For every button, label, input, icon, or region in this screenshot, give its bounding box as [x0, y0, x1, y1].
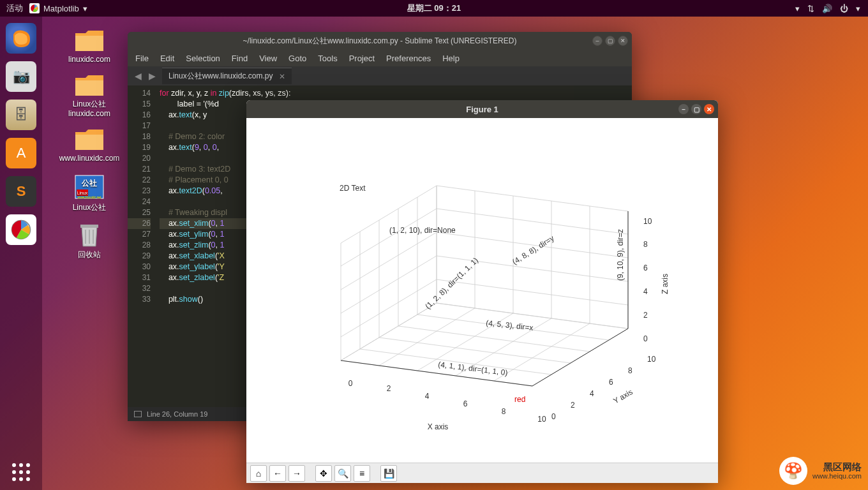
top-panel: 活动 Matplotlib ▾ 星期二 09：21 ▾ ⇅ 🔊 ⏻ ▾: [0, 0, 868, 17]
annotation-none: (1, 2, 10), dir=None: [389, 226, 456, 235]
sublime-titlebar[interactable]: ~/linuxidc.com/Linux公社www.linuxidc.com.p…: [128, 32, 632, 50]
tab-next-icon[interactable]: ▶: [146, 70, 158, 82]
app-name: Matplotlib: [43, 4, 79, 13]
svg-text:6: 6: [609, 378, 613, 387]
svg-text:6: 6: [643, 264, 648, 272]
svg-text:10: 10: [643, 217, 652, 226]
menu-find[interactable]: Find: [232, 54, 248, 63]
menu-file[interactable]: File: [135, 54, 149, 63]
svg-line-43: [379, 308, 475, 366]
watermark-icon: 🍄: [779, 457, 807, 485]
software-launcher[interactable]: A: [6, 138, 36, 168]
minimize-button[interactable]: –: [678, 104, 689, 114]
menu-project[interactable]: Project: [349, 54, 375, 63]
figure-titlebar[interactable]: Figure 1 – ▢ ✕: [246, 100, 718, 118]
desktop-folder[interactable]: www.linuxidc.com: [51, 124, 128, 165]
panel-switcher-icon[interactable]: [134, 411, 142, 417]
annotation-111: (1, 2, 8), dir=(1, 1, 1): [423, 256, 480, 311]
volume-icon[interactable]: 🔊: [822, 4, 832, 13]
ylabel: Y axis: [612, 387, 634, 405]
dock: 📷 🗄 A S: [0, 17, 42, 490]
menu-preferences[interactable]: Preferences: [386, 54, 431, 63]
svg-line-46: [494, 323, 590, 381]
menu-view[interactable]: View: [259, 54, 277, 63]
matplotlib-icon: [29, 3, 40, 13]
desktop-folder[interactable]: linuxidc.com: [51, 26, 128, 66]
svg-line-49: [532, 329, 628, 386]
svg-text:2: 2: [387, 384, 391, 393]
home-button[interactable]: ⌂: [250, 465, 267, 482]
dropdown-icon[interactable]: ▾: [795, 4, 800, 13]
network-icon[interactable]: ⇅: [807, 4, 814, 13]
menu-tools[interactable]: Tools: [318, 54, 337, 63]
back-button[interactable]: ←: [269, 465, 286, 482]
svg-line-38: [379, 338, 571, 363]
svg-text:8: 8: [628, 366, 632, 375]
tab-close-icon[interactable]: ✕: [279, 72, 285, 81]
save-button[interactable]: 💾: [380, 465, 397, 482]
svg-text:8: 8: [643, 240, 648, 249]
icon-label: Linux公社linuxidc.com: [54, 100, 124, 118]
menu-help[interactable]: Help: [442, 54, 460, 63]
sublime-menubar: File Edit Selection Find View Goto Tools…: [128, 50, 632, 66]
icon-label: www.linuxidc.com: [59, 154, 120, 163]
xlabel: X axis: [428, 422, 449, 431]
tab-label: Linux公社www.linuxidc.com.py: [168, 71, 273, 82]
menu-edit[interactable]: Edit: [160, 54, 174, 63]
desktop-folder[interactable]: Linux公社linuxidc.com: [51, 70, 128, 121]
configure-button[interactable]: ≡: [354, 465, 370, 482]
minimize-button[interactable]: –: [592, 36, 602, 46]
svg-rect-8: [80, 225, 98, 228]
svg-line-42: [341, 303, 437, 360]
chevron-down-icon: ▾: [83, 4, 87, 13]
editor-tab[interactable]: Linux公社www.linuxidc.com.py ✕: [162, 68, 292, 84]
show-apps-button[interactable]: [12, 463, 30, 481]
matplotlib-launcher[interactable]: [6, 214, 36, 245]
svg-text:10: 10: [537, 415, 546, 424]
annotation-x: (4, 5, 3), dir=x: [486, 318, 534, 332]
trash[interactable]: 回收站: [51, 218, 128, 262]
svg-line-28: [437, 209, 628, 234]
close-button[interactable]: ✕: [704, 104, 714, 114]
svg-text:8: 8: [502, 407, 506, 416]
watermark-url: www.heiqu.com: [812, 472, 862, 480]
chevron-down-icon[interactable]: ▾: [856, 4, 860, 13]
menu-goto[interactable]: Goto: [288, 54, 306, 63]
svg-text:0: 0: [551, 412, 556, 421]
sublime-launcher[interactable]: S: [6, 176, 36, 207]
annotation-z: (9, 10, 9), dir=z: [616, 229, 625, 281]
svg-text:10: 10: [647, 355, 656, 364]
maximize-button[interactable]: ▢: [691, 104, 701, 114]
tab-prev-icon[interactable]: ◀: [131, 70, 144, 82]
desktop-link[interactable]: 公社Linuxwww.linuxidc.net Linux公社: [51, 170, 128, 214]
svg-text:2: 2: [571, 401, 575, 410]
power-icon[interactable]: ⏻: [840, 4, 848, 13]
camera-launcher[interactable]: 📷: [6, 61, 36, 92]
activities-button[interactable]: 活动: [6, 3, 23, 14]
pan-button[interactable]: ✥: [315, 465, 332, 482]
zlabel: Z axis: [661, 274, 670, 294]
menu-selection[interactable]: Selection: [186, 54, 220, 63]
text2d-label: 2D Text: [340, 184, 366, 193]
firefox-launcher[interactable]: [6, 23, 36, 54]
figure-toolbar: ⌂ ← → ✥ 🔍 ≡ 💾: [246, 463, 718, 483]
red-text: red: [514, 395, 525, 404]
svg-text:0: 0: [348, 379, 353, 388]
figure-window: Figure 1 – ▢ ✕ 2D Text: [246, 100, 718, 483]
svg-text:公社: 公社: [81, 179, 97, 188]
maximize-button[interactable]: ▢: [605, 36, 615, 46]
clock[interactable]: 星期二 09：21: [407, 3, 461, 14]
svg-line-20: [341, 256, 437, 313]
icon-label: Linux公社: [73, 203, 107, 212]
svg-text:Linux: Linux: [77, 191, 88, 195]
forward-button[interactable]: →: [288, 465, 305, 482]
files-launcher[interactable]: 🗄: [6, 100, 36, 130]
zoom-button[interactable]: 🔍: [334, 465, 351, 482]
icon-label: 回收站: [78, 250, 101, 259]
app-indicator[interactable]: Matplotlib ▾: [29, 3, 87, 13]
figure-canvas[interactable]: 2D Text: [246, 118, 718, 463]
svg-text:6: 6: [463, 399, 468, 408]
svg-text:4: 4: [425, 392, 430, 401]
desktop-icons: linuxidc.com Linux公社linuxidc.com www.lin…: [51, 26, 128, 262]
close-button[interactable]: ✕: [618, 36, 628, 46]
